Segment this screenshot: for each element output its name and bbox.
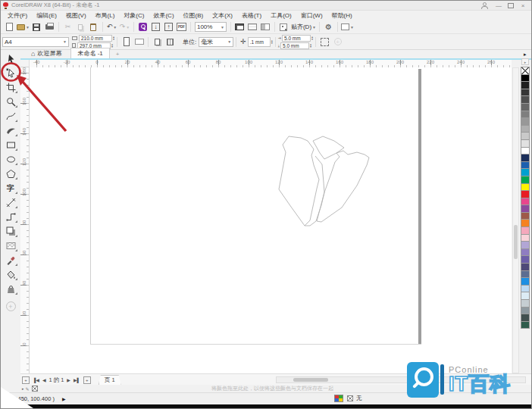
- menu-item-编辑E[interactable]: 编辑(E): [32, 11, 61, 20]
- smart-fill-tool[interactable]: [3, 283, 18, 295]
- new-document-button[interactable]: [4, 21, 15, 33]
- publish-pdf-button[interactable]: PDF: [176, 21, 187, 33]
- drop-shadow-tool[interactable]: [3, 225, 18, 238]
- duplicate-y-field[interactable]: 5.0 mm: [280, 42, 309, 49]
- v-ruler-label: 20: [22, 309, 27, 318]
- redo-button[interactable]: ↷▼: [119, 21, 130, 33]
- next-page-button[interactable]: ▶: [67, 377, 70, 382]
- first-page-button[interactable]: ▐◀: [33, 377, 39, 382]
- tab-scroll-right-button[interactable]: ▸: [524, 52, 527, 58]
- transparency-tool[interactable]: [3, 239, 18, 252]
- last-page-button[interactable]: ▶▌: [74, 377, 80, 382]
- launcher-dropdown[interactable]: ▼: [341, 21, 354, 33]
- view-border-button[interactable]: [247, 21, 258, 33]
- palette-flyout-button[interactable]: ▸: [521, 58, 529, 65]
- menu-item-文件F[interactable]: 文件(F): [3, 11, 32, 20]
- print-button[interactable]: [44, 21, 55, 33]
- ellipse-icon: [6, 155, 16, 164]
- portrait-button[interactable]: [120, 36, 132, 48]
- cut-button[interactable]: ✂: [62, 21, 74, 33]
- h-ruler-label: 80: [216, 60, 221, 64]
- restore-button[interactable]: [505, 2, 517, 9]
- previous-page-button[interactable]: ◀: [42, 377, 46, 382]
- shape-tool[interactable]: [3, 67, 18, 80]
- menu-item-效果C[interactable]: 效果(C): [149, 11, 178, 20]
- treat-as-filled-button[interactable]: [319, 36, 330, 48]
- document-palette-hint: 将颜色拖至此处，以便将这些颜色与文档保存在一起: [211, 385, 333, 392]
- vertical-scrollbar-thumb[interactable]: [514, 225, 518, 259]
- menu-item-窗口W[interactable]: 窗口(W): [296, 11, 327, 20]
- new-document-tab-button[interactable]: +: [116, 51, 120, 58]
- text-tool[interactable]: 字: [3, 182, 18, 195]
- zoom-tool[interactable]: [3, 95, 18, 108]
- undo-button[interactable]: ↶▼: [106, 21, 117, 33]
- current-page-button[interactable]: [164, 36, 176, 48]
- zoom-level-combo[interactable]: 100%▼: [195, 22, 227, 32]
- ellipse-tool[interactable]: [3, 153, 18, 166]
- import-button[interactable]: ↓: [150, 21, 161, 33]
- rectangle-tool[interactable]: [3, 139, 18, 151]
- connector-tool[interactable]: [3, 211, 18, 223]
- menu-item-表格T[interactable]: 表格(T): [237, 11, 266, 20]
- snap-off-button[interactable]: [278, 21, 289, 33]
- open-button[interactable]: ▼: [17, 21, 30, 33]
- snap-to-dropdown[interactable]: 贴齐(D)▼: [291, 21, 316, 33]
- document-tab-label: 未命名 -1: [77, 50, 102, 57]
- duplicate-x-field[interactable]: 5.0 mm: [282, 35, 311, 42]
- export-button[interactable]: ↑: [163, 21, 174, 33]
- menu-item-工具O[interactable]: 工具(O): [266, 11, 296, 20]
- account-icon[interactable]: [480, 2, 487, 8]
- tab-untitled-document[interactable]: 未命名 -1: [70, 48, 109, 58]
- view-page-sorter-button[interactable]: [260, 21, 271, 33]
- nudge-field[interactable]: .1 mm: [248, 37, 271, 47]
- duplicate-x-stepper[interactable]: ▴▾: [311, 36, 313, 40]
- vertical-scrollbar[interactable]: [512, 67, 519, 373]
- tab-welcome-screen[interactable]: ⌂欢迎屏幕: [27, 48, 66, 58]
- horizontal-scrollbar-thumb[interactable]: [293, 378, 328, 382]
- add-tools-button[interactable]: +: [3, 300, 18, 313]
- all-pages-button[interactable]: [152, 36, 163, 48]
- units-combo[interactable]: 毫米▼: [199, 37, 233, 47]
- menu-item-文本X[interactable]: 文本(X): [208, 11, 237, 20]
- add-page-start-button[interactable]: +: [22, 376, 30, 384]
- search-content-button[interactable]: [137, 21, 149, 33]
- polygon-tool[interactable]: [3, 167, 18, 180]
- save-button[interactable]: [31, 21, 42, 33]
- pick-tool[interactable]: [3, 52, 18, 65]
- interactive-fill-tool[interactable]: [3, 268, 18, 281]
- color-eyedropper-tool[interactable]: [3, 254, 18, 267]
- fullscreen-preview-button[interactable]: [234, 21, 246, 33]
- drawing-canvas[interactable]: [30, 67, 512, 373]
- freehand-tool[interactable]: [3, 110, 18, 123]
- artistic-media-tool[interactable]: [3, 124, 18, 137]
- parallel-dimension-tool[interactable]: [3, 196, 18, 209]
- paste-button[interactable]: [88, 21, 99, 33]
- menu-item-对象C[interactable]: 对象(C): [119, 11, 149, 20]
- page-size-combo[interactable]: A4▼: [2, 37, 69, 47]
- menu-item-视图V[interactable]: 视图(V): [61, 11, 91, 20]
- menu-item-位图B[interactable]: 位图(B): [179, 11, 208, 20]
- page-height-stepper[interactable]: ▴▾: [111, 43, 113, 48]
- status-fill-outline-group: 无: [334, 395, 362, 402]
- landscape-button[interactable]: [133, 36, 145, 48]
- menu-item-帮助H[interactable]: 帮助(H): [327, 11, 357, 20]
- duplicate-y-stepper[interactable]: ▴▾: [310, 43, 311, 48]
- minimize-button[interactable]: —: [493, 2, 505, 9]
- watermark-fold-bar: [440, 364, 444, 395]
- copy-button[interactable]: [75, 21, 86, 33]
- page-width-field[interactable]: 210.0 mm: [79, 35, 112, 42]
- nudge-stepper[interactable]: ▴▾: [271, 39, 273, 44]
- options-button[interactable]: ⚙: [323, 21, 334, 33]
- h-ruler-label: 200: [396, 60, 404, 64]
- page-width-stepper[interactable]: ▴▾: [113, 36, 114, 40]
- crop-tool[interactable]: [3, 81, 18, 94]
- menu-item-布局L[interactable]: 布局(L): [91, 11, 120, 20]
- vertical-ruler[interactable]: 180160140120100806040200: [20, 67, 30, 373]
- close-button[interactable]: ×: [517, 2, 529, 9]
- palette-swatch-2f5c4c[interactable]: [521, 321, 530, 329]
- page-1-tab[interactable]: 页 1: [99, 375, 121, 385]
- add-page-end-button[interactable]: +: [83, 376, 91, 384]
- h-ruler-label: 0: [95, 60, 98, 64]
- add-property-button[interactable]: +: [332, 36, 343, 48]
- status-expand-arrow[interactable]: ▶: [62, 396, 66, 401]
